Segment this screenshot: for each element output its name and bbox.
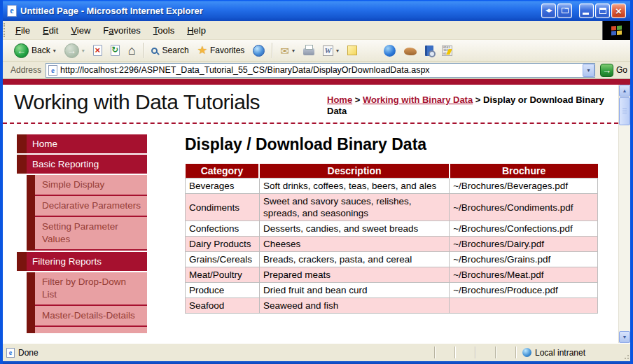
research-book-icon bbox=[425, 46, 433, 56]
sidebar-item-label: Simple Display bbox=[35, 175, 147, 196]
maximize-button[interactable] bbox=[595, 4, 610, 18]
description-cell: Cheeses bbox=[259, 237, 449, 252]
search-button[interactable]: Search bbox=[148, 41, 193, 59]
address-dropdown-button[interactable]: ▾ bbox=[583, 64, 594, 77]
mail-icon: ✉ bbox=[280, 46, 289, 56]
security-zone: Local intranet bbox=[517, 348, 620, 358]
sidebar-item-label: Setting Parameter Values bbox=[35, 217, 147, 251]
sidebar-item-simple-display[interactable]: Simple Display bbox=[27, 175, 147, 196]
sidebar-item-label: Master/Detail Across Two Pages bbox=[35, 327, 147, 333]
close-button[interactable]: × bbox=[611, 4, 626, 18]
breadcrumb-link-home[interactable]: Home bbox=[327, 94, 352, 105]
sidebar-item-filtering-reports[interactable]: Filtering Reports bbox=[17, 252, 147, 271]
resize-grip[interactable] bbox=[620, 344, 630, 361]
sidebar-item-master-detail-across-two-pages[interactable]: Master/Detail Across Two Pages bbox=[27, 327, 147, 333]
category-cell: Grains/Cereals bbox=[186, 252, 260, 267]
menu-help[interactable]: Help bbox=[181, 22, 212, 38]
go-arrow-icon: → bbox=[600, 64, 613, 77]
back-dropdown-icon[interactable]: ▾ bbox=[53, 48, 56, 54]
category-cell: Confections bbox=[186, 221, 260, 237]
address-input[interactable]: e http://localhost:2296/ASPNET_Data_Tuto… bbox=[46, 63, 595, 78]
sidebar-item-filter-by-drop-down-list[interactable]: Filter by Drop-Down List bbox=[27, 272, 147, 306]
sidebar-item-declarative-parameters[interactable]: Declarative Parameters bbox=[27, 196, 147, 217]
window-controls: ◀▶ → × bbox=[541, 4, 626, 18]
scroll-down-button[interactable]: ▼ bbox=[619, 331, 630, 343]
addon-fox-button[interactable] bbox=[401, 41, 420, 59]
edit-with-word-button[interactable]: W ▾ bbox=[319, 41, 342, 59]
category-cell: Seafood bbox=[186, 298, 260, 314]
brochure-cell bbox=[450, 298, 598, 314]
menu-favorites[interactable]: Favorites bbox=[97, 22, 146, 38]
home-button[interactable]: ⌂ bbox=[125, 41, 139, 59]
binary-tool-button[interactable]: 0101 1010 0101 bbox=[438, 41, 456, 59]
menubar-grip[interactable] bbox=[4, 23, 8, 37]
sidebar-item-basic-reporting[interactable]: Basic Reporting bbox=[17, 155, 147, 174]
zone-label: Local intranet bbox=[535, 348, 585, 358]
window-title: Untitled Page - Microsoft Internet Explo… bbox=[20, 6, 541, 16]
scrollbar-thumb[interactable] bbox=[619, 97, 630, 125]
menu-tools[interactable]: Tools bbox=[147, 22, 181, 38]
menu-file[interactable]: File bbox=[9, 22, 36, 38]
menu-edit[interactable]: Edit bbox=[36, 22, 64, 38]
menu-view[interactable]: View bbox=[64, 22, 97, 38]
sidebar-item-label: Master-Details-Details bbox=[35, 306, 147, 327]
back-button[interactable]: ← Back ▾ bbox=[11, 41, 60, 59]
address-label: Address bbox=[11, 65, 41, 75]
messenger-button[interactable] bbox=[344, 41, 361, 59]
word-dropdown-icon[interactable]: ▾ bbox=[336, 48, 339, 54]
main-content: Display / Download Binary Data CategoryD… bbox=[185, 133, 611, 314]
brochure-cell: ~/Brochures/Dairy.pdf bbox=[450, 237, 598, 252]
table-row: BeveragesSoft drinks, coffees, teas, bee… bbox=[186, 178, 598, 194]
breadcrumb-link-working-with-binary-data[interactable]: Working with Binary Data bbox=[363, 94, 473, 105]
toolbar-separator bbox=[272, 43, 273, 58]
mail-dropdown-icon[interactable]: ▾ bbox=[292, 48, 295, 54]
site-title: Working with Data Tutorials bbox=[14, 90, 260, 114]
blue-ball-icon bbox=[384, 45, 396, 57]
msn-button[interactable] bbox=[380, 41, 399, 59]
browser-window: e Untitled Page - Microsoft Internet Exp… bbox=[0, 0, 633, 364]
page-title: Display / Download Binary Data bbox=[185, 135, 611, 154]
history-button[interactable] bbox=[249, 41, 268, 59]
vm-popout-button[interactable]: → bbox=[557, 4, 572, 18]
description-cell: Dried fruit and bean curd bbox=[259, 283, 449, 298]
breadcrumb-separator: > bbox=[352, 94, 363, 105]
minimize-button[interactable] bbox=[579, 4, 594, 18]
search-icon bbox=[151, 48, 158, 54]
sidebar-item-home[interactable]: Home bbox=[17, 134, 147, 153]
print-button[interactable] bbox=[300, 41, 318, 59]
research-button[interactable] bbox=[422, 41, 437, 59]
back-label: Back bbox=[32, 46, 50, 55]
vertical-scrollbar[interactable]: ▲ ▼ bbox=[618, 85, 630, 343]
refresh-button[interactable]: ↻ bbox=[107, 41, 123, 59]
scrollbar-track[interactable] bbox=[619, 126, 630, 331]
title-bar[interactable]: e Untitled Page - Microsoft Internet Exp… bbox=[3, 0, 630, 21]
intranet-globe-icon bbox=[522, 348, 531, 357]
sidebar-menu: HomeBasic ReportingSimple DisplayDeclara… bbox=[17, 133, 147, 333]
go-button[interactable]: → Go bbox=[600, 64, 627, 77]
note-icon bbox=[347, 46, 357, 55]
sidebar-accent-block bbox=[27, 306, 35, 327]
table-row: CondimentsSweet and savory sauces, relis… bbox=[186, 194, 598, 221]
popout-arrow-icon: → bbox=[564, 5, 570, 11]
stop-button[interactable]: × bbox=[90, 41, 106, 59]
forward-icon: → bbox=[64, 43, 79, 58]
forward-button[interactable]: → ▾ bbox=[61, 41, 88, 59]
scroll-up-button[interactable]: ▲ bbox=[619, 85, 630, 97]
sidebar-item-master-details-details[interactable]: Master-Details-Details bbox=[27, 306, 147, 327]
vm-switch-button[interactable]: ◀▶ bbox=[541, 4, 556, 18]
back-icon: ← bbox=[14, 43, 29, 58]
brochure-cell: ~/Brochures/Beverages.pdf bbox=[450, 178, 598, 194]
sidebar-item-setting-parameter-values[interactable]: Setting Parameter Values bbox=[27, 217, 147, 251]
address-url[interactable]: http://localhost:2296/ASPNET_Data_Tutori… bbox=[60, 65, 580, 75]
status-text: Done bbox=[18, 348, 39, 358]
breadcrumb: Home > Working with Binary Data > Displa… bbox=[327, 94, 607, 117]
sidebar-item-label: Filter by Drop-Down List bbox=[35, 272, 147, 306]
mail-button[interactable]: ✉ ▾ bbox=[277, 41, 298, 59]
ie-throbber bbox=[602, 21, 630, 40]
sidebar-accent-block bbox=[17, 134, 27, 153]
categories-table: CategoryDescriptionBrochure BeveragesSof… bbox=[185, 164, 598, 314]
table-row: SeafoodSeaweed and fish bbox=[186, 298, 598, 314]
menu-items: FileEditViewFavoritesToolsHelp bbox=[9, 21, 212, 39]
favorites-button[interactable]: ★ Favorites bbox=[194, 41, 249, 59]
favorites-star-icon: ★ bbox=[197, 45, 207, 56]
